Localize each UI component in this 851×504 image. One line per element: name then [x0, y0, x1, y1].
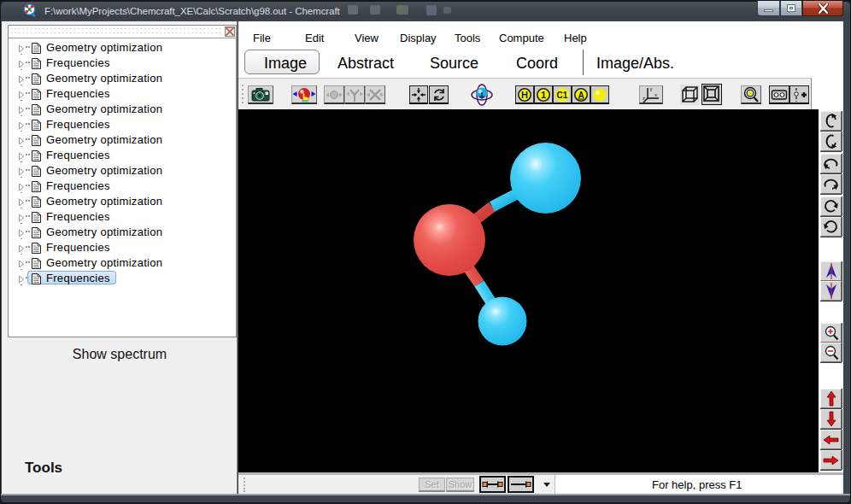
svg-text:y: y — [650, 86, 653, 91]
svg-text:z: z — [643, 96, 645, 101]
svg-text:x: x — [654, 92, 657, 97]
svg-text:H: H — [521, 90, 528, 100]
svg-text:C1: C1 — [557, 91, 568, 100]
svg-text:A: A — [578, 90, 584, 99]
svg-text:1: 1 — [541, 90, 546, 100]
